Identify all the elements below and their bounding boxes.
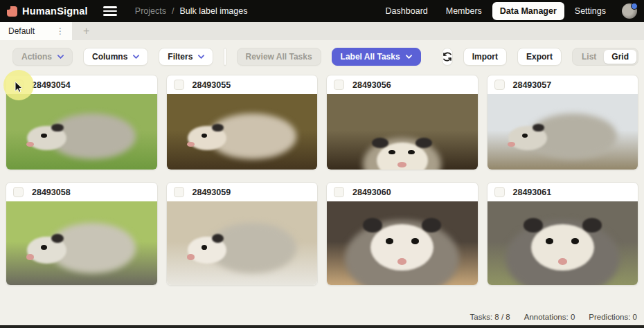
review-all-tasks-button[interactable]: Review All Tasks <box>237 48 321 66</box>
task-card: 28493057 <box>487 75 639 170</box>
task-image[interactable] <box>6 201 157 285</box>
label-all-tasks-button[interactable]: Label All Tasks <box>332 48 421 66</box>
task-checkbox[interactable] <box>13 80 24 90</box>
task-id: 28493057 <box>513 80 552 90</box>
tasks-count-value: 8 / 8 <box>494 313 510 321</box>
chevron-down-icon <box>133 55 139 59</box>
annotations-count: Annotations: 0 <box>524 313 575 321</box>
refresh-icon <box>442 52 452 62</box>
chevron-down-icon <box>57 55 64 59</box>
task-checkbox[interactable] <box>174 80 184 90</box>
actions-dropdown-button[interactable]: Actions <box>12 48 73 66</box>
task-id: 28493056 <box>352 80 391 90</box>
filters-dropdown-button[interactable]: Filters <box>159 48 213 66</box>
opossum-photo-placeholder <box>6 94 157 170</box>
task-id: 28493059 <box>193 188 231 197</box>
humansignal-logo-icon <box>7 6 17 17</box>
tasks-count-label: Tasks: <box>470 313 493 321</box>
task-id: 28493054 <box>32 80 71 90</box>
task-image[interactable] <box>6 94 157 170</box>
task-card: 28493054 <box>6 75 158 170</box>
opossum-photo-placeholder <box>327 201 478 285</box>
predictions-count: Predictions: 0 <box>589 313 637 321</box>
menu-icon[interactable] <box>103 6 117 16</box>
task-card-header: 28493057 <box>488 75 638 94</box>
actions-label: Actions <box>21 52 52 62</box>
task-card-header: 28493055 <box>167 75 318 94</box>
refresh-button[interactable] <box>442 48 453 66</box>
task-checkbox[interactable] <box>334 80 344 90</box>
import-label: Import <box>472 52 498 62</box>
opossum-photo-placeholder <box>167 201 318 285</box>
columns-label: Columns <box>92 52 127 62</box>
task-card-header: 28493059 <box>167 183 318 201</box>
task-id: 28493060 <box>352 188 391 197</box>
task-image[interactable] <box>167 94 318 170</box>
task-checkbox[interactable] <box>174 187 184 197</box>
opossum-photo-placeholder <box>6 201 157 285</box>
nav-item-data-manager[interactable]: Data Manager <box>492 2 564 20</box>
filters-label: Filters <box>168 52 193 62</box>
task-card: 28493060 <box>326 182 478 286</box>
task-card-header: 28493054 <box>6 75 157 94</box>
top-nav: Dashboard Members Data Manager Settings <box>378 2 638 20</box>
view-mode-toggle: List Grid <box>572 48 638 66</box>
opossum-photo-placeholder <box>327 94 478 170</box>
label-all-tasks-label: Label All Tasks <box>341 52 400 62</box>
view-toggle-grid[interactable]: Grid <box>604 50 636 64</box>
columns-dropdown-button[interactable]: Columns <box>83 48 148 66</box>
task-image[interactable] <box>167 201 318 285</box>
opossum-photo-placeholder <box>167 94 318 170</box>
predictions-count-label: Predictions: <box>589 313 630 321</box>
import-button[interactable]: Import <box>463 48 507 66</box>
task-card: 28493061 <box>487 182 639 286</box>
nav-item-members[interactable]: Members <box>438 2 490 20</box>
review-all-tasks-label: Review All Tasks <box>246 52 312 62</box>
export-button[interactable]: Export <box>517 48 562 66</box>
nav-item-settings[interactable]: Settings <box>567 2 614 20</box>
task-image[interactable] <box>327 94 478 170</box>
opossum-photo-placeholder <box>488 94 638 170</box>
nav-item-dashboard[interactable]: Dashboard <box>378 2 436 20</box>
task-image[interactable] <box>488 94 638 170</box>
task-image[interactable] <box>488 201 638 285</box>
task-id: 28493055 <box>193 80 231 90</box>
annotations-count-label: Annotations: <box>524 313 569 321</box>
task-card-header: 28493060 <box>327 183 478 201</box>
brand-logo[interactable]: HumanSignal <box>7 6 88 17</box>
task-grid: 28493054 28493055 28493056 <box>0 73 644 308</box>
tab-default[interactable]: Default ⋮ <box>0 22 72 40</box>
order-control: not set <box>224 48 226 66</box>
add-tab-button[interactable]: + <box>83 26 89 37</box>
chevron-down-icon <box>406 55 412 59</box>
tab-options-kebab-icon[interactable]: ⋮ <box>54 26 66 37</box>
chevron-down-icon <box>198 55 204 59</box>
brand-name: HumanSignal <box>22 6 88 17</box>
tab-label: Default <box>8 26 35 36</box>
toolbar: Actions Columns Filters not set Review A… <box>0 40 644 73</box>
annotations-count-value: 0 <box>571 313 575 321</box>
task-card: 28493055 <box>166 75 319 170</box>
task-card: 28493058 <box>6 182 158 286</box>
task-checkbox[interactable] <box>334 187 344 197</box>
opossum-photo-placeholder <box>488 201 638 285</box>
breadcrumb: Projects / Bulk label images <box>135 6 248 16</box>
status-bar: Tasks: 8 / 8 Annotations: 0 Predictions:… <box>0 308 644 325</box>
window-bottom-edge <box>0 325 644 328</box>
breadcrumb-current-project: Bulk label images <box>180 6 248 16</box>
export-label: Export <box>526 52 553 62</box>
breadcrumb-projects[interactable]: Projects <box>135 6 166 16</box>
task-card: 28493059 <box>166 182 319 286</box>
tab-bar: Default ⋮ + <box>0 22 644 40</box>
order-by-button[interactable]: not set <box>224 48 226 65</box>
task-card-header: 28493058 <box>6 183 157 201</box>
user-avatar[interactable] <box>622 3 637 19</box>
task-image[interactable] <box>327 201 478 285</box>
task-checkbox[interactable] <box>494 187 505 197</box>
task-card-header: 28493056 <box>327 75 478 94</box>
view-toggle-list[interactable]: List <box>574 50 604 64</box>
task-card-header: 28493061 <box>488 183 638 201</box>
task-checkbox[interactable] <box>13 187 24 197</box>
task-checkbox[interactable] <box>494 80 505 90</box>
task-card: 28493056 <box>326 75 478 170</box>
